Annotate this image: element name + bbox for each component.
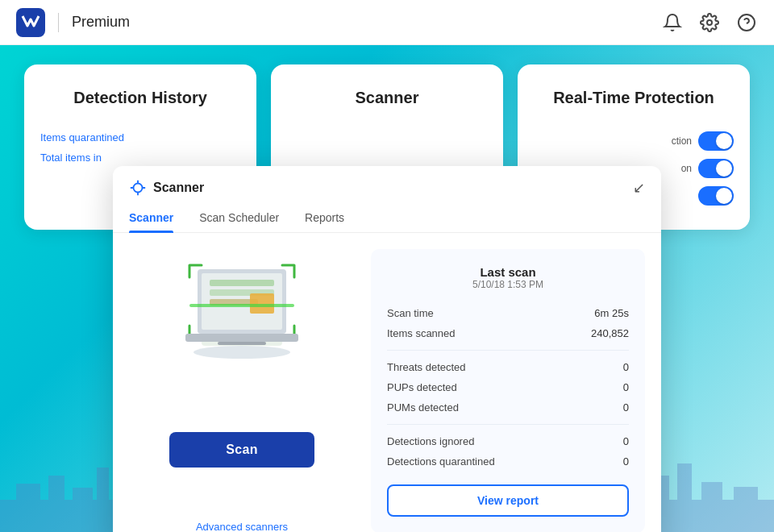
tab-reports[interactable]: Reports	[292, 205, 357, 232]
svg-rect-48	[189, 304, 294, 307]
scanner-crosshair-icon	[129, 179, 147, 197]
tab-scan-scheduler[interactable]: Scan Scheduler	[186, 205, 292, 232]
app-title: Premium	[72, 14, 130, 31]
stat-scan-time: Scan time 6m 25s	[387, 303, 629, 323]
last-scan-date: 5/10/18 1:53 PM	[387, 279, 629, 290]
scanner-stats-panel: Last scan 5/10/18 1:53 PM Scan time 6m 2…	[371, 249, 645, 532]
svg-rect-0	[16, 8, 45, 37]
stat-value-quarantined: 0	[623, 455, 629, 468]
svg-rect-47	[250, 293, 274, 314]
stat-label-ignored: Detections ignored	[387, 435, 474, 447]
svg-rect-50	[218, 342, 266, 345]
stat-label-items-scanned: Items scanned	[387, 327, 456, 339]
stat-threats-detected: Threats detected 0	[387, 357, 629, 377]
notification-bell-icon[interactable]	[661, 11, 684, 34]
svg-rect-49	[185, 334, 298, 342]
scanner-left-panel: Scan Advanced scanners	[129, 249, 355, 532]
svg-point-36	[134, 184, 143, 193]
stat-label-pups: PUPs detected	[387, 381, 457, 393]
modal-header: Scanner ↙	[113, 166, 661, 197]
stat-label-pums: PUMs detected	[387, 401, 459, 414]
stat-value-ignored: 0	[623, 435, 629, 447]
stat-detections-ignored: Detections ignored 0	[387, 431, 629, 451]
last-scan-title: Last scan	[387, 265, 629, 279]
scan-button[interactable]: Scan	[169, 432, 314, 468]
header-icons	[661, 11, 758, 34]
header-divider	[58, 13, 59, 32]
settings-gear-icon[interactable]	[698, 11, 721, 34]
stat-label-quarantined: Detections quarantined	[387, 455, 495, 468]
modal-body: Scan Advanced scanners Last scan 5/10/18…	[113, 233, 661, 532]
modal-overlay: Scanner ↙ Scanner Scan Scheduler Reports	[0, 45, 774, 532]
modal-collapse-icon[interactable]: ↙	[633, 181, 645, 195]
stat-value-items-scanned: 240,852	[591, 327, 629, 339]
stat-items-scanned: Items scanned 240,852	[387, 323, 629, 343]
view-report-button[interactable]: View report	[387, 484, 629, 517]
app-background: Detection History Items quarantined Tota…	[0, 45, 774, 532]
stat-value-threats: 0	[623, 361, 629, 373]
app-header: Premium	[0, 0, 774, 45]
stat-label-threats: Threats detected	[387, 361, 466, 373]
modal-tabs: Scanner Scan Scheduler Reports	[113, 205, 661, 233]
stat-pums-detected: PUMs detected 0	[387, 397, 629, 418]
header-left: Premium	[16, 8, 130, 37]
logo-icon	[16, 8, 45, 37]
svg-point-51	[194, 346, 290, 359]
laptop-scan-illustration	[153, 249, 331, 378]
stat-divider-1	[387, 350, 629, 351]
stat-divider-2	[387, 424, 629, 425]
svg-rect-44	[210, 280, 274, 286]
stat-pups-detected: PUPs detected 0	[387, 377, 629, 397]
svg-point-1	[707, 20, 712, 25]
stat-value-pups: 0	[623, 381, 629, 393]
help-circle-icon[interactable]	[735, 11, 758, 34]
modal-header-left: Scanner	[129, 179, 204, 197]
stat-value-scan-time: 6m 25s	[594, 307, 629, 319]
tab-scanner[interactable]: Scanner	[129, 205, 186, 232]
stat-detections-quarantined: Detections quarantined 0	[387, 451, 629, 472]
advanced-scanners-link[interactable]: Advanced scanners	[196, 521, 288, 532]
stat-label-scan-time: Scan time	[387, 307, 434, 319]
scanner-modal: Scanner ↙ Scanner Scan Scheduler Reports	[113, 166, 661, 532]
modal-title: Scanner	[153, 181, 204, 195]
stat-value-pums: 0	[623, 401, 629, 414]
